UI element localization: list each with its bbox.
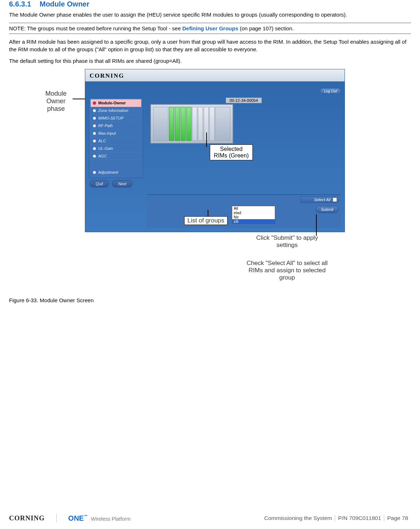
sidebar-item-alc[interactable]: ALC [91,137,141,145]
sidebar-item-label: MIMO-SETUP [98,116,124,120]
sidebar-item-rf-path[interactable]: RF Path [91,122,141,130]
rim-slot-selected[interactable] [181,107,186,141]
rim-slot[interactable] [209,107,215,141]
section-title: Module Owner [40,0,90,8]
callout-line [316,214,317,236]
group-option[interactable]: All [232,206,275,211]
page-footer: CORNING ONE™ Wireless Platform Commissio… [9,514,411,523]
rim-slot-selected[interactable] [175,107,180,141]
sidebar-item-adjustment[interactable]: Adjustment [91,169,141,176]
one-logo: ONE™ [68,514,90,522]
annot-submit: Click "Submit" to apply settings [249,234,325,249]
sidebar-item-label: UL-Gain [98,146,113,151]
phase-label-l3: phase [42,105,70,113]
heu-chassis[interactable] [150,104,233,144]
rim-slot[interactable] [192,107,197,141]
groups-panel: Select All All elad Nir zili Submit [147,194,341,228]
footer-pn: P/N 709C011801 [335,515,384,521]
sidebar-item-label: ALC [98,139,106,143]
sidebar-item-label: Zone Information [98,108,128,113]
rim-slot[interactable] [198,107,203,141]
app-brand: CORNING [85,69,345,82]
sidebar-item-label: AGC [98,154,107,158]
sidebar-item-ul-gain[interactable]: UL-Gain [91,145,141,152]
phase-label-l2: Owner [42,97,70,105]
radio-icon [93,147,96,150]
chassis-slot [153,107,168,141]
one-logo-sub: Wireless Platform [91,516,131,522]
sidebar-item-label: RF Path [98,123,113,128]
radio-icon [93,171,96,174]
main-area: 00-12-34-00054 [147,97,341,228]
rim-slot-selected[interactable] [186,107,191,141]
footer-page: Page 78 [384,515,411,521]
select-all-label: Select All [314,198,330,202]
sidebar-item-module-owner[interactable]: Module-Owner [91,99,141,107]
quit-button[interactable]: Quit [90,180,109,187]
rim-callout: Selected RIMs (Green) [210,144,253,160]
phase-label-l1: Module [42,90,70,97]
next-button[interactable]: Next [112,180,133,187]
sidebar-item-label: Module-Owner [98,101,126,105]
paragraph-after-note: After a RIM module has been assigned to … [9,38,411,53]
group-option-selected[interactable]: zili [232,219,275,224]
footer-chapter: Commissioning the System [261,515,335,521]
radio-icon [93,139,96,143]
section-heading: 6.6.3.1 Module Owner [9,0,411,8]
select-all-toggle[interactable]: Select All [300,196,339,203]
sidebar-item-zone-info[interactable]: Zone Information [91,107,141,114]
group-listbox[interactable]: All elad Nir zili [232,206,275,224]
corning-logo: CORNING [9,514,45,522]
annot-select-all: Check "Select All" to select all RIMs an… [244,260,330,281]
note-box: NOTE: The groups must be created before … [9,23,411,34]
sidebar-item-label: Adjustment [98,170,118,174]
submit-button[interactable]: Submit [316,206,339,213]
rim-callout-l1: Selected [214,146,249,152]
sidebar-item-agc[interactable]: AGC [91,152,141,160]
note-text-prefix: NOTE: The groups must be created before … [9,25,182,31]
sidebar-item-max-input[interactable]: Max-Input [91,130,141,137]
link-defining-user-groups[interactable]: Defining User Groups [182,25,238,31]
sidebar-item-label: Max-Input [98,131,116,135]
radio-icon [93,117,96,120]
callout-line [206,133,207,147]
radio-icon [93,101,96,105]
annot-list-of-groups: List of groups [184,216,228,225]
figure: Module Owner phase CORNING Log Out Modul… [9,69,411,303]
radio-icon [93,155,96,158]
radio-icon [93,109,96,112]
phase-label: Module Owner phase [42,90,70,113]
rim-callout-l2: RIMs (Green) [214,152,249,159]
footer-divider [56,514,57,523]
figure-caption: Figure 6-33. Module Owner Screen [9,297,411,303]
wizard-sidebar: Module-Owner Zone Information MIMO-SETUP [89,97,143,178]
chassis-slot [215,107,230,141]
checkbox-icon[interactable] [333,198,337,202]
callout-line [208,210,208,217]
phase-pointer-line [73,99,86,99]
sidebar-item-mimo-setup[interactable]: MIMO-SETUP [91,114,141,122]
radio-icon [93,124,96,127]
logout-button[interactable]: Log Out [320,88,341,94]
paragraph-default: The default setting for this phase is th… [9,57,411,65]
group-option[interactable]: Nir [232,215,275,219]
rim-slot-selected[interactable] [169,107,174,141]
app-window: CORNING Log Out Module-Owner Zone Inform… [85,69,345,232]
device-mac-label: 00-12-34-00054 [226,97,262,103]
trademark-icon: ™ [84,514,87,518]
radio-icon [93,132,96,135]
section-number: 6.6.3.1 [9,0,31,8]
note-text-suffix: (on page 107) section. [240,25,294,31]
paragraph-intro: The Module Owner phase enables the user … [9,11,411,18]
group-option[interactable]: elad [232,211,275,215]
one-logo-text: ONE [68,514,84,522]
